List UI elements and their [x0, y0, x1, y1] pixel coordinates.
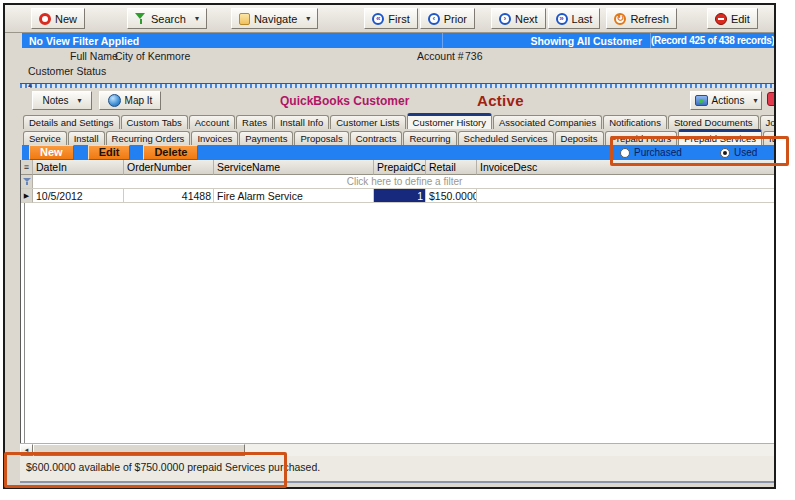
last-record-icon: » — [556, 13, 568, 25]
prepaid-services-grid: ≡ DateIn OrderNumber ServiceName Prepaid… — [20, 160, 776, 443]
tab-details-and-settings[interactable]: Details and Settings — [23, 115, 120, 129]
column-header-prepaidcount[interactable]: PrepaidCour — [374, 160, 426, 175]
tab-deposits[interactable]: Deposits — [555, 131, 604, 145]
notes-button-label: Notes — [42, 95, 68, 106]
cell-ordernumber[interactable]: 41488 — [124, 189, 214, 203]
tab-journal[interactable]: Journal — [760, 115, 776, 129]
radio-purchased[interactable]: Purchased — [620, 147, 682, 158]
radio-used-circle-icon[interactable] — [720, 148, 730, 158]
tab-payments[interactable]: Payments — [239, 131, 293, 145]
column-header-ordernumber[interactable]: OrderNumber — [124, 160, 214, 175]
tab-custom-tabs[interactable]: Custom Tabs — [121, 115, 188, 129]
new-record-icon — [39, 13, 51, 25]
quickbooks-customer-label: QuickBooks Customer — [280, 94, 409, 108]
filter-row-indicator — [21, 175, 33, 188]
tab-recurring-orders[interactable]: Recurring Orders — [106, 131, 191, 145]
tab-stored-documents[interactable]: Stored Documents — [668, 115, 759, 129]
next-button-label: Next — [515, 13, 538, 25]
filter-funnel-icon — [23, 178, 31, 185]
grid-menu-button[interactable]: ≡ — [21, 160, 33, 175]
column-header-invoicedesc[interactable]: InvoiceDesc — [477, 160, 776, 175]
tab-proposals[interactable]: Proposals — [294, 131, 348, 145]
next-button[interactable]: › Next — [491, 8, 546, 29]
tab-scheduled-services[interactable]: Scheduled Services — [458, 131, 554, 145]
grid-header-row: ≡ DateIn OrderNumber ServiceName Prepaid… — [21, 160, 776, 175]
first-button[interactable]: « First — [364, 8, 417, 29]
tab-prepaid-services[interactable]: Prepaid Services — [678, 129, 762, 145]
grid-edit-button[interactable]: Edit — [88, 145, 131, 160]
actions-button[interactable]: Actions ▾ — [690, 91, 762, 110]
customer-tabs-row1: Details and Settings Custom Tabs Account… — [23, 112, 776, 129]
grid-menu-icon: ≡ — [24, 163, 29, 172]
search-button[interactable]: Search ▾ — [127, 8, 207, 29]
full-name-label: Full Name — [70, 50, 118, 62]
customer-status-label: Customer Status — [28, 65, 106, 77]
new-button[interactable]: New — [31, 8, 85, 29]
column-header-retail[interactable]: Retail — [426, 160, 477, 175]
column-header-servicename[interactable]: ServiceName — [214, 160, 374, 175]
prior-button[interactable]: ‹ Prior — [420, 8, 475, 29]
grid-filter-row[interactable]: Click here to define a filter — [21, 175, 776, 189]
navigate-button-label: Navigate — [254, 13, 297, 25]
collapse-icon[interactable]: ▴ — [28, 81, 32, 89]
new-button-label: New — [55, 13, 77, 25]
last-button[interactable]: » Last — [548, 8, 601, 29]
cell-servicename[interactable]: Fire Alarm Service — [214, 189, 374, 203]
actions-button-label: Actions — [712, 95, 745, 106]
tab-customer-lists[interactable]: Customer Lists — [330, 115, 405, 129]
chevron-down-icon: ▾ — [753, 96, 757, 105]
notes-button[interactable]: Notes ▾ — [32, 91, 92, 110]
grid-delete-button[interactable]: Delete — [143, 145, 198, 160]
last-button-label: Last — [572, 13, 593, 25]
row-selector[interactable]: ▶ — [21, 189, 33, 203]
cell-datein[interactable]: 10/5/2012 — [33, 189, 124, 203]
tab-notifications[interactable]: Notifications — [603, 115, 667, 129]
tab-rates[interactable]: Rates — [236, 115, 273, 129]
account-number-label: Account # — [417, 50, 464, 62]
customer-panel-header: Notes ▾ Map It QuickBooks Customer Activ… — [5, 90, 774, 112]
tab-recurring[interactable]: Recurring — [403, 131, 456, 145]
map-it-button-label: Map It — [125, 95, 153, 106]
scrollbar-thumb[interactable] — [33, 444, 245, 456]
customer-history-subtabs: Service Install Recurring Orders Invoice… — [23, 129, 776, 145]
record-info-row: Full Name City of Kenmore Account # 736 — [5, 48, 774, 65]
tab-install[interactable]: Install — [68, 131, 105, 145]
tab-item-repair[interactable]: Item Repair — [763, 131, 776, 145]
tab-customer-history[interactable]: Customer History — [407, 113, 492, 129]
radio-purchased-label: Purchased — [634, 147, 682, 158]
column-header-datein[interactable]: DateIn — [33, 160, 124, 175]
filter-row-prompt[interactable]: Click here to define a filter — [33, 175, 776, 188]
view-filter-bar: No View Filter Applied Showing All Custo… — [22, 33, 776, 48]
prepaid-services-action-bar: New Edit Delete Purchased Used — [22, 145, 776, 160]
refresh-icon: ↻ — [614, 13, 626, 25]
clipped-toolbar-icon — [767, 92, 776, 106]
panel-splitter[interactable]: ▴ — [20, 83, 776, 88]
cell-invoicedesc[interactable] — [477, 189, 776, 203]
actions-icon — [695, 95, 708, 106]
tab-contracts[interactable]: Contracts — [350, 131, 403, 145]
tab-account[interactable]: Account — [189, 115, 235, 129]
tab-install-info[interactable]: Install Info — [274, 115, 329, 129]
grid-new-button[interactable]: New — [29, 145, 74, 160]
cell-prepaidcount-selected[interactable]: 1 — [374, 189, 426, 203]
horizontal-scrollbar[interactable]: ◂ — [20, 443, 776, 456]
row-indicator-icon: ▶ — [24, 192, 29, 199]
tab-prepaid-hours[interactable]: Prepaid Hours — [605, 131, 678, 145]
tab-associated-companies[interactable]: Associated Companies — [493, 115, 602, 129]
tab-invoices[interactable]: Invoices — [191, 131, 238, 145]
grid-data-row[interactable]: ▶ 10/5/2012 41488 Fire Alarm Service 1 $… — [21, 189, 776, 203]
search-icon — [135, 13, 147, 25]
main-toolbar: New Search ▾ Navigate ▾ « First ‹ Prior — [5, 5, 774, 33]
refresh-button[interactable]: ↻ Refresh — [606, 8, 677, 29]
navigate-button[interactable]: Navigate ▾ — [231, 8, 318, 29]
first-record-icon: « — [372, 13, 384, 25]
radio-used[interactable]: Used — [720, 147, 757, 158]
edit-button[interactable]: Edit — [707, 8, 758, 29]
record-count-text: (Record 425 of 438 records) — [651, 35, 776, 46]
chevron-down-icon: ▾ — [78, 96, 82, 105]
radio-purchased-circle-icon[interactable] — [620, 148, 630, 158]
map-it-button[interactable]: Map It — [99, 91, 161, 110]
cell-retail[interactable]: $150.0000 — [426, 189, 477, 203]
scroll-left-button[interactable]: ◂ — [20, 444, 33, 456]
tab-service[interactable]: Service — [23, 131, 67, 145]
